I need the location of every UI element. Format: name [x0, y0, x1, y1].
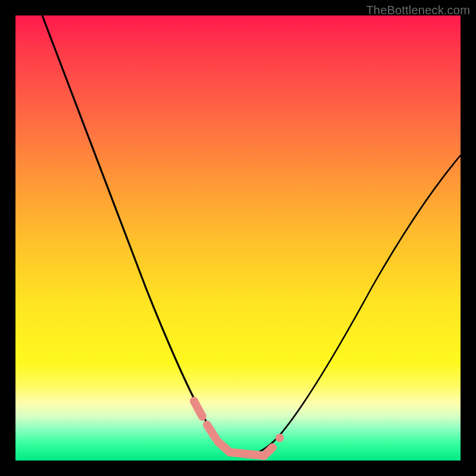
svg-line-4	[267, 447, 273, 453]
right-curve	[245, 155, 461, 456]
svg-line-0	[194, 401, 202, 416]
svg-line-1	[207, 425, 215, 438]
left-curve	[42, 15, 245, 456]
svg-point-5	[275, 434, 284, 442]
plot-area	[15, 15, 461, 461]
outer-frame: TheBottleneck.com	[0, 0, 476, 476]
valley-markers	[194, 401, 284, 456]
curve-layer	[15, 15, 461, 461]
svg-line-3	[230, 452, 264, 456]
